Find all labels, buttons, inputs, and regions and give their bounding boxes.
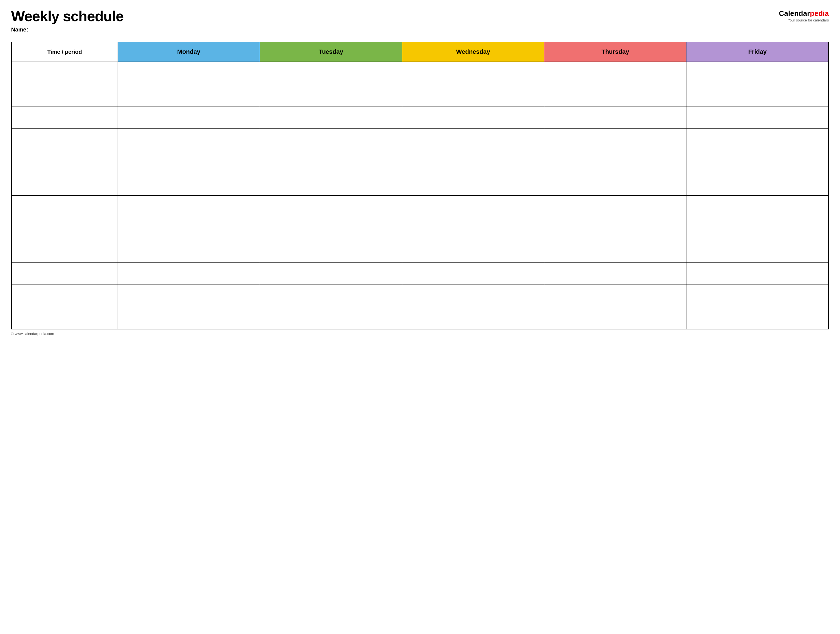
schedule-cell[interactable]	[687, 106, 829, 128]
logo-text: Calendarpedia	[779, 9, 829, 17]
schedule-table: Time / period Monday Tuesday Wednesday T…	[11, 42, 829, 330]
page-title: Weekly schedule	[11, 8, 123, 24]
logo-pedia-part: pedia	[810, 9, 829, 17]
schedule-cell[interactable]	[118, 106, 260, 128]
schedule-cell[interactable]	[260, 262, 402, 284]
schedule-cell[interactable]	[260, 307, 402, 329]
schedule-cell[interactable]	[118, 284, 260, 307]
schedule-cell[interactable]	[402, 173, 544, 196]
table-row	[11, 218, 829, 240]
schedule-cell[interactable]	[402, 240, 544, 262]
schedule-cell[interactable]	[402, 196, 544, 218]
schedule-cell[interactable]	[402, 128, 544, 151]
schedule-cell[interactable]	[687, 240, 829, 262]
schedule-cell[interactable]	[544, 84, 687, 106]
schedule-cell[interactable]	[544, 62, 687, 84]
time-cell[interactable]	[11, 173, 118, 196]
page-header: Weekly schedule Name: Calendarpedia Your…	[11, 8, 829, 33]
schedule-cell[interactable]	[687, 218, 829, 240]
col-header-thursday: Thursday	[544, 42, 687, 62]
schedule-cell[interactable]	[544, 106, 687, 128]
schedule-cell[interactable]	[687, 262, 829, 284]
schedule-cell[interactable]	[118, 262, 260, 284]
schedule-cell[interactable]	[260, 284, 402, 307]
schedule-cell[interactable]	[544, 284, 687, 307]
schedule-cell[interactable]	[544, 151, 687, 173]
schedule-cell[interactable]	[402, 218, 544, 240]
logo-section: Calendarpedia Your source for calendars	[779, 9, 829, 22]
schedule-cell[interactable]	[402, 106, 544, 128]
schedule-cell[interactable]	[118, 307, 260, 329]
footer: © www.calendarpedia.com	[11, 332, 829, 336]
time-cell[interactable]	[11, 151, 118, 173]
time-cell[interactable]	[11, 128, 118, 151]
col-header-wednesday: Wednesday	[402, 42, 544, 62]
col-header-tuesday: Tuesday	[260, 42, 402, 62]
schedule-cell[interactable]	[260, 62, 402, 84]
table-row	[11, 240, 829, 262]
time-cell[interactable]	[11, 84, 118, 106]
schedule-cell[interactable]	[544, 240, 687, 262]
schedule-cell[interactable]	[402, 262, 544, 284]
time-cell[interactable]	[11, 106, 118, 128]
schedule-cell[interactable]	[544, 307, 687, 329]
schedule-cell[interactable]	[118, 151, 260, 173]
schedule-cell[interactable]	[260, 218, 402, 240]
schedule-cell[interactable]	[687, 196, 829, 218]
table-row	[11, 262, 829, 284]
time-cell[interactable]	[11, 196, 118, 218]
table-row	[11, 84, 829, 106]
schedule-cell[interactable]	[118, 196, 260, 218]
schedule-cell[interactable]	[402, 307, 544, 329]
table-row	[11, 62, 829, 84]
schedule-cell[interactable]	[118, 218, 260, 240]
schedule-cell[interactable]	[687, 62, 829, 84]
schedule-cell[interactable]	[544, 196, 687, 218]
time-cell[interactable]	[11, 307, 118, 329]
schedule-cell[interactable]	[260, 196, 402, 218]
schedule-cell[interactable]	[260, 240, 402, 262]
schedule-cell[interactable]	[260, 151, 402, 173]
schedule-cell[interactable]	[260, 173, 402, 196]
schedule-cell[interactable]	[687, 128, 829, 151]
table-row	[11, 128, 829, 151]
schedule-cell[interactable]	[118, 173, 260, 196]
schedule-cell[interactable]	[260, 106, 402, 128]
table-row	[11, 151, 829, 173]
schedule-cell[interactable]	[118, 240, 260, 262]
schedule-cell[interactable]	[687, 84, 829, 106]
time-cell[interactable]	[11, 218, 118, 240]
time-cell[interactable]	[11, 62, 118, 84]
time-cell[interactable]	[11, 262, 118, 284]
schedule-cell[interactable]	[402, 284, 544, 307]
schedule-cell[interactable]	[544, 128, 687, 151]
table-header-row: Time / period Monday Tuesday Wednesday T…	[11, 42, 829, 62]
schedule-cell[interactable]	[687, 151, 829, 173]
schedule-cell[interactable]	[402, 62, 544, 84]
schedule-cell[interactable]	[118, 128, 260, 151]
header-divider	[11, 36, 829, 36]
schedule-cell[interactable]	[544, 173, 687, 196]
schedule-cell[interactable]	[118, 84, 260, 106]
copyright-text: © www.calendarpedia.com	[11, 332, 54, 336]
col-header-time: Time / period	[11, 42, 118, 62]
schedule-cell[interactable]	[544, 262, 687, 284]
schedule-cell[interactable]	[260, 128, 402, 151]
schedule-cell[interactable]	[687, 307, 829, 329]
schedule-cell[interactable]	[544, 218, 687, 240]
schedule-cell[interactable]	[402, 151, 544, 173]
table-row	[11, 196, 829, 218]
table-row	[11, 173, 829, 196]
schedule-cell[interactable]	[687, 173, 829, 196]
schedule-body	[11, 62, 829, 329]
schedule-cell[interactable]	[402, 84, 544, 106]
time-cell[interactable]	[11, 284, 118, 307]
schedule-cell[interactable]	[118, 62, 260, 84]
schedule-cell[interactable]	[687, 284, 829, 307]
schedule-cell[interactable]	[260, 84, 402, 106]
table-row	[11, 106, 829, 128]
time-cell[interactable]	[11, 240, 118, 262]
name-label: Name:	[11, 27, 123, 33]
table-row	[11, 284, 829, 307]
logo-tagline: Your source for calendars	[788, 18, 829, 22]
